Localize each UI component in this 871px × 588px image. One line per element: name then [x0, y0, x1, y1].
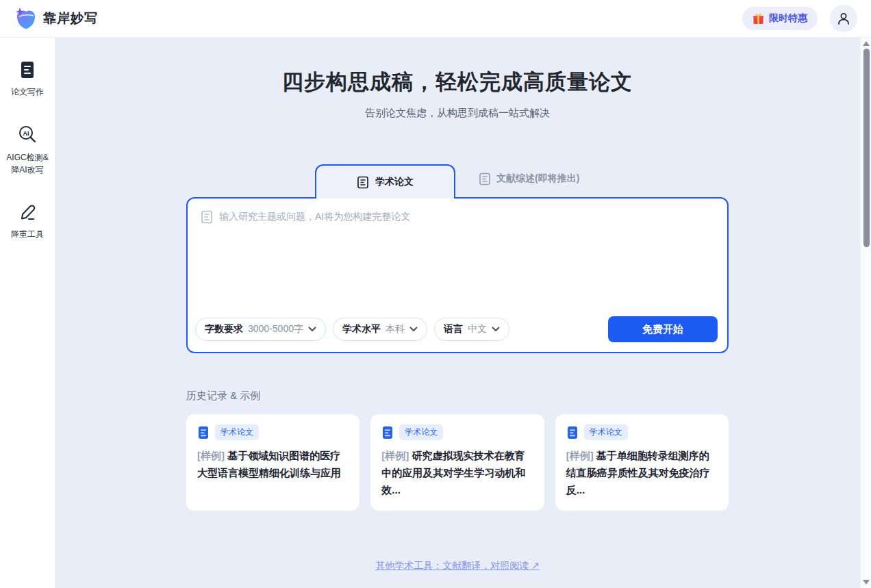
svg-text:AI: AI	[23, 130, 29, 137]
option-value: 本科	[386, 323, 405, 335]
scroll-up-arrow-icon[interactable]	[863, 41, 870, 46]
header-right: 限时特惠	[742, 5, 857, 32]
chevron-down-icon	[409, 327, 418, 332]
promo-label: 限时特惠	[769, 12, 807, 25]
topic-input[interactable]	[188, 199, 727, 316]
option-label: 学术水平	[342, 323, 381, 335]
composer-panel: 字数要求 3000-5000字 学术水平 本科 语言 中文	[186, 197, 729, 353]
page-title: 四步构思成稿，轻松完成高质量论文	[186, 68, 729, 97]
tab-literature-review[interactable]: 文献综述(即将推出)	[455, 163, 603, 197]
history-card[interactable]: 学术论文 [样例] 基于单细胞转录组测序的结直肠癌异质性及其对免疫治疗反...	[555, 414, 729, 511]
tab-label: 文献综述(即将推出)	[496, 172, 579, 185]
main-area: 四步构思成稿，轻松完成高质量论文 告别论文焦虑，从构思到成稿一站式解决 学术论文	[55, 38, 860, 588]
option-label: 语言	[444, 323, 463, 335]
brand-logo-icon	[15, 7, 37, 30]
sidebar-item-aigc-detect[interactable]: AI AIGC检测&降AI改写	[3, 124, 52, 176]
sidebar-item-rewrite-tool[interactable]: 降重工具	[3, 202, 52, 240]
chevron-down-icon	[308, 327, 316, 332]
card-type-badge: 学术论文	[584, 424, 628, 440]
paper-writing-icon	[17, 60, 38, 80]
option-value: 中文	[468, 323, 487, 335]
card-type-badge: 学术论文	[399, 424, 443, 440]
document-icon	[566, 426, 579, 439]
promo-button[interactable]: 限时特惠	[742, 7, 818, 30]
card-type-badge: 学术论文	[215, 424, 259, 440]
other-tools-link[interactable]: 其他学术工具：文献翻译，对照阅读 ↗	[375, 560, 540, 571]
external-arrow-icon: ↗	[531, 560, 540, 571]
card-sample-tag: [样例]	[381, 450, 409, 461]
brand-name: 靠岸妙写	[43, 10, 98, 27]
scroll-down-arrow-icon[interactable]	[863, 580, 870, 585]
academic-level-select[interactable]: 学术水平 本科	[333, 318, 427, 341]
option-value: 3000-5000字	[248, 323, 303, 335]
document-icon	[357, 176, 369, 189]
card-title: [样例] 基于单细胞转录组测序的结直肠癌异质性及其对免疫治疗反...	[566, 448, 718, 498]
free-start-button[interactable]: 免费开始	[608, 316, 718, 342]
card-sample-tag: [样例]	[197, 450, 225, 461]
tab-label: 学术论文	[375, 176, 414, 188]
sidebar-item-label: 降重工具	[11, 228, 44, 240]
user-icon	[836, 11, 851, 26]
gift-icon	[753, 13, 764, 25]
scrollbar-thumb[interactable]	[863, 49, 870, 247]
page-subtitle: 告别论文焦虑，从构思到成稿一站式解决	[186, 107, 729, 120]
card-title: [样例] 基于领域知识图谱的医疗大型语言模型精细化训练与应用	[197, 448, 349, 482]
header: 靠岸妙写 限时特惠	[0, 0, 871, 38]
document-icon	[201, 210, 213, 224]
tab-academic-paper[interactable]: 学术论文	[315, 164, 455, 199]
language-select[interactable]: 语言 中文	[434, 318, 509, 341]
document-icon	[197, 426, 210, 439]
history-heading: 历史记录 & 示例	[186, 389, 729, 402]
document-icon	[381, 426, 394, 439]
vertical-scrollbar[interactable]	[860, 38, 871, 588]
tab-bar: 学术论文 文献综述(即将推出)	[186, 163, 729, 197]
history-cards: 学术论文 [样例] 基于领域知识图谱的医疗大型语言模型精细化训练与应用 学术论文	[186, 414, 729, 511]
history-card[interactable]: 学术论文 [样例] 研究虚拟现实技术在教育中的应用及其对学生学习动机和效...	[370, 414, 544, 511]
history-card[interactable]: 学术论文 [样例] 基于领域知识图谱的医疗大型语言模型精细化训练与应用	[186, 414, 359, 511]
avatar[interactable]	[830, 5, 857, 32]
other-tools-link-text: 其他学术工具：文献翻译，对照阅读	[375, 560, 529, 571]
document-icon	[479, 172, 491, 186]
sidebar: 论文写作 AI AIGC检测&降AI改写 降重工具	[0, 38, 55, 588]
card-title: [样例] 研究虚拟现实技术在教育中的应用及其对学生学习动机和效...	[381, 448, 533, 498]
sidebar-item-label: 论文写作	[11, 86, 44, 98]
word-count-select[interactable]: 字数要求 3000-5000字	[195, 318, 326, 341]
card-sample-tag: [样例]	[566, 450, 594, 461]
option-label: 字数要求	[205, 323, 243, 335]
aigc-detect-icon: AI	[16, 124, 38, 146]
brand: 靠岸妙写	[15, 7, 98, 30]
sidebar-item-paper-writing[interactable]: 论文写作	[3, 60, 52, 98]
chevron-down-icon	[492, 327, 500, 332]
composer-controls: 字数要求 3000-5000字 学术水平 本科 语言 中文	[188, 316, 727, 352]
rewrite-tool-icon	[17, 202, 38, 222]
sidebar-item-label: AIGC检测&降AI改写	[3, 151, 52, 176]
